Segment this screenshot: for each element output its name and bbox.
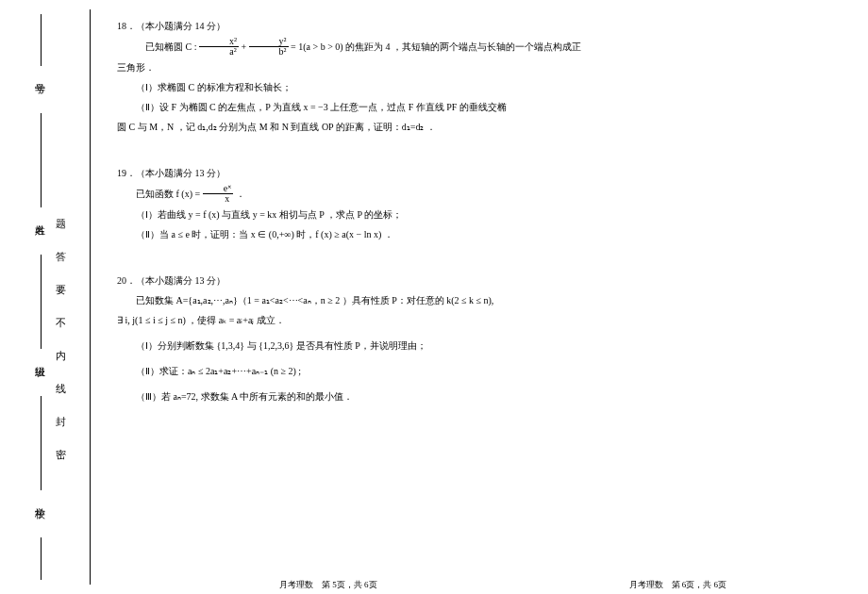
- q20-header: 20．（本小题满分 13 分）: [117, 272, 821, 289]
- fraction: x² a²: [199, 37, 239, 57]
- seal-char: 封: [56, 415, 66, 429]
- plus-sign: +: [241, 41, 248, 52]
- seal-char: 题: [56, 217, 66, 231]
- seal-char: 线: [56, 382, 66, 396]
- seal-char: 不: [56, 316, 66, 330]
- q20-part1: （Ⅰ）分别判断数集 {1,3,4} 与 {1,2,3,6} 是否具有性质 P，并…: [117, 337, 821, 355]
- seal-char: 要: [56, 283, 66, 297]
- q19-intro-prefix: 已知函数 f (x) =: [136, 189, 203, 199]
- q18-part1: （Ⅰ）求椭圆 C 的标准方程和长轴长；: [117, 78, 821, 96]
- q20-intro2: ∃ i, j(1 ≤ i ≤ j ≤ n) ，使得 aₖ = aᵢ+aⱼ 成立．: [117, 311, 821, 329]
- q19-header: 19．（本小题满分 13 分）: [117, 164, 821, 182]
- q20-part3: （Ⅲ）若 aₙ=72, 求数集 A 中所有元素的和的最小值．: [117, 388, 821, 405]
- seal-char: 密: [56, 448, 66, 462]
- binding-line: [41, 255, 42, 349]
- q19-intro-suffix: ．: [236, 189, 245, 199]
- footer-left: 月考理数 第 5页，共 6页: [279, 579, 377, 591]
- q18-intro-prefix: 已知椭圆 C :: [145, 41, 196, 52]
- seal-char: 内: [56, 349, 66, 363]
- q18-triangle: 三角形．: [117, 58, 821, 76]
- q20-part2: （Ⅱ）求证：aₙ ≤ 2a₁+a₂+⋯+aₙ₋₁ (n ≥ 2) ;: [117, 362, 821, 380]
- seal-line-label: 题 答 要 不 内 线 封 密: [56, 217, 66, 481]
- q19-intro: 已知函数 f (x) = eˣ x ．: [117, 184, 821, 204]
- binding-line: [41, 14, 42, 66]
- fraction: eˣ x: [203, 184, 233, 204]
- q18-intro-suffix: = 1(a > b > 0) 的焦距为 4 ，其短轴的两个端点与长轴的一个端点构…: [291, 41, 581, 52]
- q18-part2b: 圆 C 与 M，N ，记 d₁,d₂ 分别为点 M 和 N 到直线 OP 的距离…: [117, 118, 821, 136]
- page-content: 18．（本小题满分 14 分） 已知椭圆 C : x² a² + y² b² =…: [90, 9, 840, 585]
- q20-intro: 已知数集 A={a₁,a₂,⋯,aₙ}（1 = a₁<a₂<⋯<aₙ，n ≥ 2…: [117, 291, 821, 309]
- q19-part1: （Ⅰ）若曲线 y = f (x) 与直线 y = kx 相切与点 P ，求点 P…: [117, 206, 821, 223]
- q19-part2: （Ⅱ）当 a ≤ e 时，证明：当 x ∈ (0,+∞) 时，f (x) ≥ a…: [117, 225, 821, 243]
- binding-line: [41, 537, 42, 580]
- q18-part2: （Ⅱ）设 F 为椭圆 C 的左焦点，P 为直线 x = −3 上任意一点，过点 …: [117, 98, 821, 116]
- binding-line: [41, 396, 42, 490]
- fraction: y² b²: [249, 37, 289, 57]
- q18-header: 18．（本小题满分 14 分）: [117, 17, 821, 35]
- seal-char: 答: [56, 250, 66, 264]
- footer-right: 月考理数 第 6页，共 6页: [629, 579, 727, 591]
- q18-intro: 已知椭圆 C : x² a² + y² b² = 1(a > b > 0) 的焦…: [117, 37, 821, 57]
- binding-line: [41, 113, 42, 207]
